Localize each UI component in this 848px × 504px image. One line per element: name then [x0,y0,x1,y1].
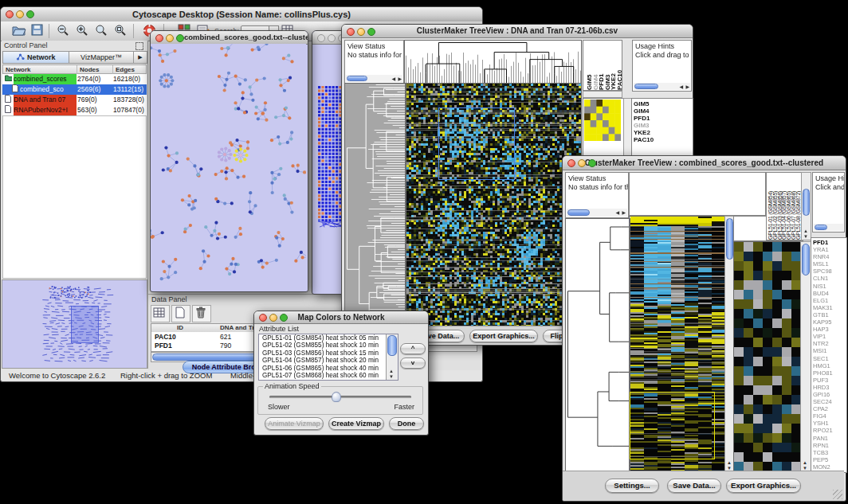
gene-label[interactable]: RPO21 [813,427,846,434]
treeview1-titlebar[interactable]: ClusterMaker TreeView : DNA and Tran 07-… [342,25,693,38]
gene-label[interactable]: RPN1 [813,442,846,449]
gene-label[interactable]: SEC24 [813,398,846,405]
status-scrollbar[interactable]: ◀ ▶ [567,209,627,217]
scroll-down-arrow[interactable]: ▼ [803,234,808,239]
delete-attribute-button[interactable] [192,305,211,322]
network-row-selected[interactable]: combined_sco 2569(6) 13112(15) [2,84,147,95]
gene-label[interactable]: HMG1 [813,362,846,369]
scroll-up-arrow[interactable]: ▲ [803,229,808,233]
tab-network[interactable]: Network [2,51,69,64]
export-graphics-button[interactable]: Export Graphics... [726,479,801,493]
gene-label[interactable]: VIP1 [813,333,846,340]
gene-label[interactable]: KAP95 [813,318,846,326]
gene-label[interactable]: PAN1 [813,435,846,442]
gene-label[interactable]: PFD1 [634,115,693,122]
scroll-right-arrow[interactable]: ▶ [622,210,626,215]
table-cell-id[interactable]: PAC10 [155,333,176,342]
attribute-item[interactable]: GPL51-03 (GSM856) heat shock 15 min [261,350,398,357]
scroll-right-arrow[interactable]: ▶ [398,76,402,81]
minimize-button[interactable] [16,10,24,18]
table-cell-id[interactable]: PFD1 [155,342,172,350]
gene-label[interactable]: HRD3 [813,384,846,391]
column-header-nodes[interactable]: Nodes [77,65,113,74]
label-vscrollbar[interactable]: ▲ ▼ [801,172,811,240]
tab-vizmapper[interactable]: VizMapper™ [69,51,134,64]
zoom-vscrollbar[interactable]: ▲ ▼ [800,241,811,472]
open-file-button[interactable] [12,24,26,37]
close-button[interactable] [567,159,575,167]
export-graphics-button[interactable]: Export Graphics... [469,330,538,342]
minimize-button[interactable] [328,34,336,42]
maximize-button[interactable] [280,314,288,322]
network-overview-thumbnail[interactable] [2,279,147,369]
zoom-selected-button[interactable] [95,24,109,37]
new-attribute-button[interactable] [171,305,190,322]
gene-label[interactable]: FIG4 [813,412,846,420]
gene-label[interactable]: PHO81 [813,369,846,377]
attribute-item[interactable]: GPL51-02 (GSM855) heat shock 10 min [261,342,398,349]
network-row[interactable]: RNAPuberNov2+I 563(0) 107847(0) [2,105,147,115]
scrollbar-thumb[interactable] [347,76,367,81]
scroll-up-arrow[interactable]: ▲ [803,460,807,465]
maximize-button[interactable] [176,34,184,42]
scroll-left-arrow[interactable]: ◀ [679,84,683,89]
status-scrollbar[interactable]: ◀ ▶ [346,75,402,82]
gene-label[interactable]: BUD4 [813,290,846,297]
settings-button[interactable]: Settings... [605,479,659,493]
hints-scrollbar[interactable]: ◀ ▶ [634,83,690,90]
scrollbar-thumb[interactable] [815,225,827,230]
close-button[interactable] [347,28,355,36]
gene-list-items[interactable]: PFD1YRA1RNR4MSL1SPC98CLN1NIS1BUD4ELG1MAK… [813,239,846,471]
global-heatmap[interactable] [629,216,726,472]
gene-label[interactable]: PUF3 [813,377,846,384]
scrollbar-thumb[interactable] [726,218,733,260]
zoom-heatmap[interactable] [584,100,621,141]
treeview2-column-labels[interactable]: GPL51-01 (GSM854)GPL51-02 (GSM855)GPL51-… [767,173,802,240]
gene-label[interactable]: GTB1 [813,311,846,318]
row-dendrogram[interactable] [344,83,406,327]
maximize-button[interactable] [26,10,34,18]
gene-label[interactable]: YRA1 [813,246,846,253]
id-column-header[interactable]: ID [151,324,210,332]
maximize-button[interactable] [367,28,375,36]
gene-label[interactable]: MAK31 [813,304,846,311]
minimize-button[interactable] [269,314,277,322]
scrollbar-thumb[interactable] [634,84,658,89]
attribute-item[interactable]: GPL51-07 (GSM868) heat shock 60 min [261,372,398,379]
column-dendrogram[interactable] [404,40,582,84]
zoom-in-button[interactable] [76,24,90,37]
attribute-item[interactable]: GPL51-01 (GSM854) heat shock 05 min [261,334,398,342]
gene-label[interactable]: SPC98 [813,268,846,275]
scroll-right-arrow[interactable]: ▶ [685,84,689,89]
main-titlebar[interactable]: Cytoscape Desktop (Session Name: collins… [1,7,482,22]
gene-label[interactable]: YKE2 [634,129,693,136]
close-button[interactable] [317,34,325,42]
scroll-left-arrow[interactable]: ◀ [391,76,395,81]
scroll-left-arrow[interactable]: ◀ [615,210,619,215]
close-button[interactable] [259,314,267,322]
column-label[interactable]: GPL51-08 (GSM872) [795,173,801,240]
column-dendrogram-empty[interactable] [629,172,766,216]
gene-label[interactable]: NIS1 [813,283,846,290]
column-header-network[interactable]: Network [3,65,77,74]
attribute-item[interactable]: GPL51-04 (GSM857) heat shock 20 min [261,357,398,364]
attribute-list-items[interactable]: GPL51-01 (GSM854) heat shock 05 minGPL51… [259,334,398,379]
close-button[interactable] [155,34,163,42]
gene-label[interactable]: TCB3 [813,449,846,456]
table-cell-value[interactable]: 790 [220,342,231,350]
gene-label[interactable]: NTR2 [813,340,846,347]
scroll-up-arrow[interactable]: ▲ [389,369,394,373]
network-titlebar[interactable]: combined_scores_good.txt--cluste... [151,31,308,45]
save-data-button[interactable]: Save Data... [667,479,721,493]
column-header-edges[interactable]: Edges [113,65,147,74]
minimize-button[interactable] [578,159,586,167]
treeview1-column-labels[interactable]: GIM5GIM4PFD1GIM3YKE2PAC10 [583,41,622,90]
label-scrollbar[interactable] [583,91,622,98]
gene-label[interactable]: RNR4 [813,253,846,260]
network-canvas[interactable] [151,44,306,290]
hints-scrollbar[interactable] [814,224,843,231]
scroll-up-arrow[interactable]: ▲ [727,460,732,465]
gene-label[interactable]: PEP5 [813,456,846,463]
select-attributes-button[interactable] [151,305,170,322]
gene-label[interactable]: CLN1 [813,275,846,282]
